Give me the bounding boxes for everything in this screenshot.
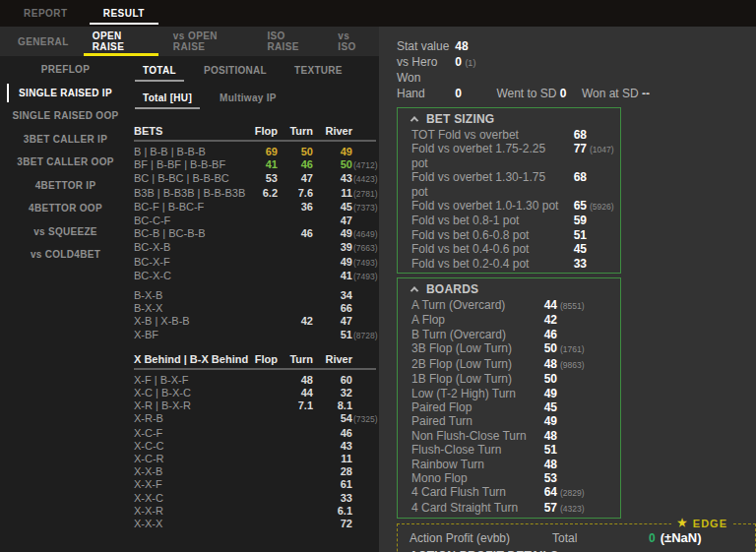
nav-tab-vs-open-raise[interactable]: vs OPEN RAISE bbox=[161, 27, 256, 56]
table-row[interactable]: X-C-R11 bbox=[134, 453, 376, 465]
row-label: X-C-R bbox=[134, 453, 250, 465]
row-label: X-X-F bbox=[134, 478, 250, 491]
table-row[interactable]: X-BF51(8728) bbox=[134, 329, 376, 342]
stat-row[interactable]: TOT Fold vs overbet68 bbox=[406, 128, 612, 142]
table-row[interactable]: X-X-C33 bbox=[134, 492, 376, 505]
table-row[interactable]: X-X-B28 bbox=[134, 465, 376, 478]
cell-river: 51 bbox=[313, 329, 352, 341]
table-row[interactable]: X-X-X72 bbox=[134, 518, 376, 530]
sidebar-item-3bet-caller-ip[interactable]: 3BET CALLER IP bbox=[0, 128, 131, 152]
subtab-multiway-ip[interactable]: Multiway IP bbox=[212, 89, 284, 109]
stat-row[interactable]: 1B Flop (Low Turn)50 bbox=[406, 372, 612, 386]
vs-hero-value: 0 bbox=[455, 55, 462, 69]
table-row[interactable]: B-X-X66 bbox=[134, 302, 376, 315]
table-row[interactable]: X-F | B-X-F4860 bbox=[134, 374, 376, 387]
sidebar-item-single-raised-oop[interactable]: SINGLE RAISED OOP bbox=[0, 104, 131, 128]
table-row[interactable]: BC-F | B-BC-F3645(7373) bbox=[134, 201, 376, 215]
table-row[interactable]: X-C-C43 bbox=[134, 440, 376, 453]
sidebar-item-3bet-caller-oop[interactable]: 3BET CALLER OOP bbox=[0, 151, 131, 174]
table-row[interactable]: BF | B-BF | B-B-BF414650(4712) bbox=[134, 158, 376, 172]
bets_table-header: BETSFlopTurnRiver bbox=[134, 125, 376, 142]
table-row[interactable]: X-C | B-X-C4432 bbox=[134, 387, 376, 399]
stat-value: 33 bbox=[559, 257, 587, 271]
table-row[interactable]: B | B-B | B-B-B695049 bbox=[134, 146, 376, 158]
stat-row[interactable]: A Turn (Overcard)44(8551) bbox=[406, 298, 612, 313]
stat-row[interactable]: Fold vs bet 0.8-1 pot59 bbox=[406, 214, 612, 227]
stat-label: 4 Card Flush Turn bbox=[411, 485, 537, 499]
table-row[interactable]: B-X-B34 bbox=[134, 289, 376, 302]
stat-value: 68 bbox=[559, 170, 587, 184]
stat-row[interactable]: 4 Card Straight Turn57(4323) bbox=[406, 501, 612, 516]
right-panel: Stat value 48 vs Hero 0 (1) Won Hand 0 W… bbox=[379, 27, 756, 552]
subtab-texture[interactable]: TEXTURE bbox=[286, 61, 350, 82]
boards-header[interactable]: BOARDS bbox=[406, 279, 612, 298]
table-row[interactable]: X-R | B-X-R7.18.1 bbox=[134, 399, 376, 412]
nav-tab-vs-iso[interactable]: vs ISO bbox=[326, 27, 379, 56]
bet_sizing-header[interactable]: BET SIZING bbox=[406, 109, 612, 128]
stat-label: 3B Flop (Low Turn) bbox=[411, 341, 537, 355]
stat-row[interactable]: Rainbow Turn48 bbox=[406, 458, 612, 471]
table-row[interactable]: X-C-F46 bbox=[134, 427, 376, 440]
stat-row[interactable]: Paired Turn49 bbox=[406, 414, 612, 428]
stat-row[interactable]: 2B Flop (Low Turn)48(9863) bbox=[406, 357, 612, 372]
cell-flop: 53 bbox=[250, 172, 278, 185]
table-row[interactable]: BC-C-F47 bbox=[134, 215, 376, 227]
subtab-total-hu[interactable]: Total [HU] bbox=[135, 89, 200, 109]
stat-row[interactable]: Fold vs overbet 1.0-1.30 pot65(5926) bbox=[406, 199, 612, 214]
table-row[interactable]: BC | B-BC | B-B-BC534743(4423) bbox=[134, 172, 376, 186]
table-row[interactable]: X-X-F61 bbox=[134, 478, 376, 491]
stat-row[interactable]: Fold vs bet 0.6-0.8 pot51 bbox=[406, 228, 612, 242]
nav-tab-iso-raise[interactable]: ISO RAISE bbox=[255, 27, 326, 56]
stat-sample-count: (4323) bbox=[557, 502, 612, 516]
stat-row[interactable]: 4 Card Flush Turn64(2829) bbox=[406, 485, 612, 500]
stat-value: 48 bbox=[537, 429, 557, 443]
table-row[interactable]: X-R-B54(7325) bbox=[134, 412, 376, 426]
sidebar-item-preflop[interactable]: PREFLOP bbox=[0, 58, 131, 82]
stat-row[interactable]: Fold vs bet 0.4-0.6 pot45 bbox=[406, 242, 612, 256]
cell-river: 49 bbox=[313, 227, 352, 240]
table-row[interactable]: BC-B | BC-B-B4649(4649) bbox=[134, 227, 376, 241]
stat-row[interactable]: Flush-Close Turn51 bbox=[406, 443, 612, 457]
stat-row[interactable]: A Flop42 bbox=[406, 313, 612, 327]
table-row[interactable]: B3B | B-B3B | B-B-B3B6.27.611(2781) bbox=[134, 187, 376, 201]
tab-result[interactable]: RESULT bbox=[86, 0, 162, 27]
stat-label: Paired Turn bbox=[411, 414, 537, 428]
table-row[interactable]: BC-X-F49(7493) bbox=[134, 256, 376, 270]
stat-value: 53 bbox=[537, 471, 557, 485]
stat-row[interactable]: Paired Flop45 bbox=[406, 400, 612, 414]
collapse-chevron-icon[interactable] bbox=[410, 116, 418, 124]
sidebar-item-vs-cold4bet[interactable]: vs COLD4BET bbox=[0, 243, 131, 267]
nav-tab-general[interactable]: GENERAL bbox=[6, 27, 81, 56]
stat-row[interactable]: Low (T-2 High) Turn49 bbox=[406, 387, 612, 400]
row-label: X-C-C bbox=[134, 440, 250, 453]
stat-sample-count: (2829) bbox=[557, 486, 612, 500]
collapse-chevron-icon[interactable] bbox=[410, 286, 418, 294]
cell-turn: 46 bbox=[278, 158, 313, 171]
tab-report[interactable]: REPORT bbox=[6, 0, 86, 27]
table-row[interactable]: X-X-R6.1 bbox=[134, 505, 376, 518]
stat-row[interactable]: Fold vs overbet 1.30-1.75 pot68 bbox=[406, 170, 612, 199]
stat-row[interactable]: B Turn (Overcard)46 bbox=[406, 328, 612, 341]
stat-row[interactable]: Fold vs bet 0.2-0.4 pot33 bbox=[406, 257, 612, 271]
subtab-total[interactable]: TOTAL bbox=[135, 61, 184, 82]
sidebar-item-vs-squeeze[interactable]: vs SQUEEZE bbox=[0, 220, 131, 244]
stat-value: 44 bbox=[537, 298, 557, 312]
nav-tab-open-raise[interactable]: OPEN RAISE bbox=[81, 27, 161, 56]
subtabs-level2: Total [HU]Multiway IP bbox=[135, 89, 379, 109]
stat-row[interactable]: Mono Flop53 bbox=[406, 471, 612, 485]
table-row[interactable]: BC-X-B39(7663) bbox=[134, 241, 376, 255]
table-row[interactable]: BC-X-C41(7493) bbox=[134, 270, 376, 283]
stat-row[interactable]: Non Flush-Close Turn48 bbox=[406, 429, 612, 443]
subtab-positional[interactable]: POSITIONAL bbox=[196, 61, 275, 82]
stat-sample-count: (1761) bbox=[557, 342, 612, 356]
sidebar-item-4bettor-ip[interactable]: 4BETTOR IP bbox=[0, 174, 131, 198]
action-profit-label: Action Profit (evbb) bbox=[410, 531, 552, 546]
sidebar-item-4bettor-oop[interactable]: 4BETTOR OOP bbox=[0, 197, 131, 220]
sidebar-item-single-raised-ip[interactable]: SINGLE RAISED IP bbox=[0, 82, 131, 105]
stat-value: 68 bbox=[559, 128, 587, 142]
table-row[interactable]: X-B | X-B-B4247 bbox=[134, 315, 376, 328]
stat-row[interactable]: Fold vs overbet 1.75-2.25 pot77(1047) bbox=[406, 142, 612, 170]
stat-row[interactable]: 3B Flop (Low Turn)50(1761) bbox=[406, 341, 612, 356]
cell-turn: 48 bbox=[278, 374, 313, 387]
cell-river: 34 bbox=[313, 289, 352, 302]
